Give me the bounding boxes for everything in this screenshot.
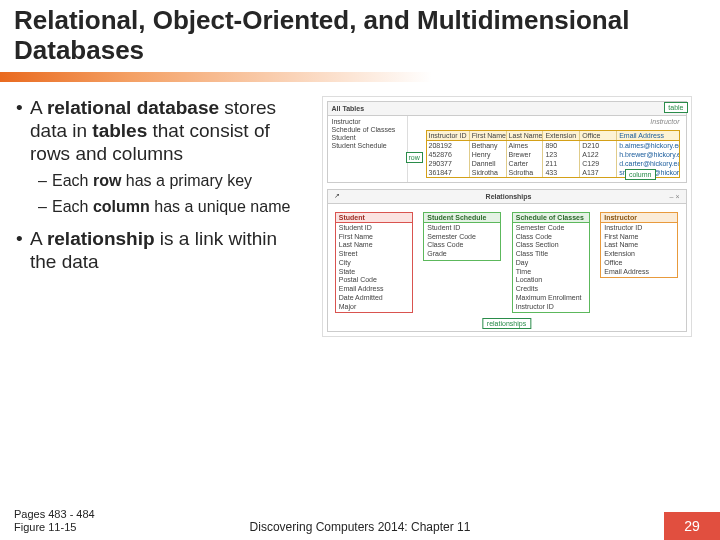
relationship-field: First Name (604, 233, 674, 242)
relationship-field: Location (516, 276, 586, 285)
list-item: Schedule of Classes (332, 126, 403, 133)
relationship-field: Instructor ID (604, 224, 674, 233)
relationship-field: Credits (516, 285, 586, 294)
bullet-column: A relational database stores data in tab… (12, 96, 297, 338)
relationship-field: City (339, 259, 409, 268)
relationship-field: Email Address (604, 268, 674, 277)
list-item: Student (332, 134, 403, 141)
relationship-box: Student ScheduleStudent IDSemester CodeC… (423, 212, 501, 261)
callout-row: row (406, 152, 423, 163)
footer-pages: Pages 483 - 484 Figure 11-15 (14, 508, 95, 534)
relationship-field: Last Name (339, 241, 409, 250)
relationship-field: Last Name (604, 241, 674, 250)
sub-bullet-1: Each row has a primary key (30, 171, 297, 191)
relationship-field: Extension (604, 250, 674, 259)
relationship-field: Postal Code (339, 276, 409, 285)
slide-number: 29 (664, 512, 720, 540)
bullet-1: A relational database stores data in tab… (12, 96, 297, 218)
relationship-field: First Name (339, 233, 409, 242)
relationship-field: Street (339, 250, 409, 259)
relationship-box-title: Schedule of Classes (513, 213, 589, 223)
relationship-field: Class Title (516, 250, 586, 259)
panel-title: Instructor (650, 118, 679, 125)
tables-sidebar: Instructor Schedule of Classes Student S… (328, 116, 408, 182)
list-item: Instructor (332, 118, 403, 125)
relationship-field: State (339, 268, 409, 277)
relationship-field: Major (339, 303, 409, 312)
table-row: 208192BethanyAimes890D210b.aimes@hickory… (427, 141, 679, 150)
relationship-box-title: Student (336, 213, 412, 223)
list-item: Student Schedule (332, 142, 403, 149)
instructor-table-view: row Instructor Instructor ID First Name … (408, 116, 686, 182)
relationship-field: Class Code (427, 241, 497, 250)
relationship-field: Email Address (339, 285, 409, 294)
callout-column: column (625, 169, 656, 180)
relationship-field: Date Admitted (339, 294, 409, 303)
relationship-field: Day (516, 259, 586, 268)
relationship-field: Semester Code (516, 224, 586, 233)
relationship-field: Maximum Enrollment (516, 294, 586, 303)
all-tables-label: All Tables (332, 105, 365, 112)
relationship-field: Semester Code (427, 233, 497, 242)
figure-11-15: table All Tables Instructor Schedule of … (322, 96, 692, 338)
figure-relationships-panel: ↗ Relationships – × StudentStudent IDFir… (327, 189, 687, 333)
relationship-field: Time (516, 268, 586, 277)
relationship-field: Instructor ID (516, 303, 586, 312)
relationship-box-title: Instructor (601, 213, 677, 223)
bullet-2: A relationship is a link within the data (12, 227, 297, 273)
callout-relationships: relationships (482, 318, 531, 329)
callout-table: table (664, 102, 687, 113)
sub-bullet-2: Each column has a unique name (30, 197, 297, 217)
relationship-field: Student ID (427, 224, 497, 233)
relationships-title: Relationships (486, 193, 532, 200)
relationship-field: Grade (427, 250, 497, 259)
relationship-field: Student ID (339, 224, 409, 233)
relationship-box: Schedule of ClassesSemester CodeClass Co… (512, 212, 590, 314)
table-row: 290377DannellCarter211C129d.carter@hicko… (427, 159, 679, 168)
relationship-field: Class Code (516, 233, 586, 242)
table-header-row: Instructor ID First Name Last Name Exten… (427, 131, 679, 141)
table-row: 452876HenryBrewer123A122h.brewer@hickory… (427, 150, 679, 159)
figure-top-panel: table All Tables Instructor Schedule of … (327, 101, 687, 183)
relationship-field: Class Section (516, 241, 586, 250)
relationship-box-title: Student Schedule (424, 213, 500, 223)
slide-title: Relational, Object-Oriented, and Multidi… (14, 6, 706, 66)
title-underline (0, 72, 720, 82)
relationship-box: InstructorInstructor IDFirst NameLast Na… (600, 212, 678, 279)
footer-book-chapter: Discovering Computers 2014: Chapter 11 (250, 520, 471, 534)
relationship-box: StudentStudent IDFirst NameLast NameStre… (335, 212, 413, 314)
relationship-field: Office (604, 259, 674, 268)
